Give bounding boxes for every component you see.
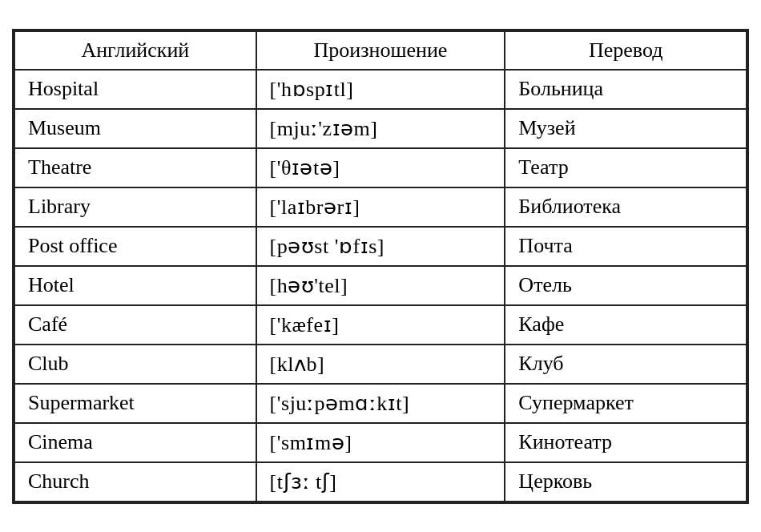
cell-translation: Музей	[505, 109, 747, 148]
table-row: Church[tʃɜː tʃ]Церковь	[14, 462, 747, 502]
header-translation: Перевод	[505, 31, 747, 70]
table-row: Hotel[həʊ'tel]Отель	[14, 266, 747, 305]
table-row: Supermarket['sjuːpəmɑːkɪt]Супермаркет	[14, 384, 747, 423]
cell-pronunciation: ['hɒspɪtl]	[256, 70, 505, 109]
cell-pronunciation: [həʊ'tel]	[256, 266, 505, 305]
table-row: Hospital['hɒspɪtl]Больница	[14, 70, 747, 109]
cell-english: Club	[14, 345, 256, 384]
cell-translation: Кинотеатр	[505, 423, 747, 462]
cell-translation: Театр	[505, 148, 747, 187]
table-row: Club[klʌb]Клуб	[14, 345, 747, 384]
cell-english: Café	[14, 305, 256, 345]
table-row: Café['kæfeɪ]Кафе	[14, 305, 747, 345]
cell-pronunciation: [pəʊst 'ɒfɪs]	[256, 227, 505, 266]
cell-english: Museum	[14, 109, 256, 148]
cell-english: Hotel	[14, 266, 256, 305]
cell-pronunciation: [tʃɜː tʃ]	[256, 462, 505, 502]
table-row: Theatre['θɪətə]Театр	[14, 148, 747, 187]
cell-translation: Почта	[505, 227, 747, 266]
cell-pronunciation: [klʌb]	[256, 345, 505, 384]
vocabulary-table: Английский Произношение Перевод Hospital…	[14, 30, 747, 502]
table-row: Cinema['smɪmə]Кинотеатр	[14, 423, 747, 462]
header-english: Английский	[14, 31, 256, 70]
cell-english: Church	[14, 462, 256, 502]
table-row: Library['laɪbrərɪ]Библиотека	[14, 187, 747, 227]
cell-translation: Библиотека	[505, 187, 747, 227]
cell-pronunciation: ['smɪmə]	[256, 423, 505, 462]
cell-pronunciation: ['kæfeɪ]	[256, 305, 505, 345]
cell-translation: Кафе	[505, 305, 747, 345]
header-pronunciation: Произношение	[256, 31, 505, 70]
cell-pronunciation: ['θɪətə]	[256, 148, 505, 187]
cell-translation: Отель	[505, 266, 747, 305]
cell-english: Supermarket	[14, 384, 256, 423]
cell-pronunciation: ['sjuːpəmɑːkɪt]	[256, 384, 505, 423]
cell-english: Theatre	[14, 148, 256, 187]
cell-pronunciation: [mjuː'zɪəm]	[256, 109, 505, 148]
vocabulary-table-wrapper: Английский Произношение Перевод Hospital…	[12, 29, 749, 504]
table-row: Post office[pəʊst 'ɒfɪs]Почта	[14, 227, 747, 266]
cell-english: Cinema	[14, 423, 256, 462]
cell-translation: Супермаркет	[505, 384, 747, 423]
cell-english: Hospital	[14, 70, 256, 109]
table-header-row: Английский Произношение Перевод	[14, 31, 747, 70]
table-row: Museum[mjuː'zɪəm]Музей	[14, 109, 747, 148]
cell-english: Post office	[14, 227, 256, 266]
cell-translation: Церковь	[505, 462, 747, 502]
cell-pronunciation: ['laɪbrərɪ]	[256, 187, 505, 227]
cell-translation: Больница	[505, 70, 747, 109]
cell-translation: Клуб	[505, 345, 747, 384]
cell-english: Library	[14, 187, 256, 227]
